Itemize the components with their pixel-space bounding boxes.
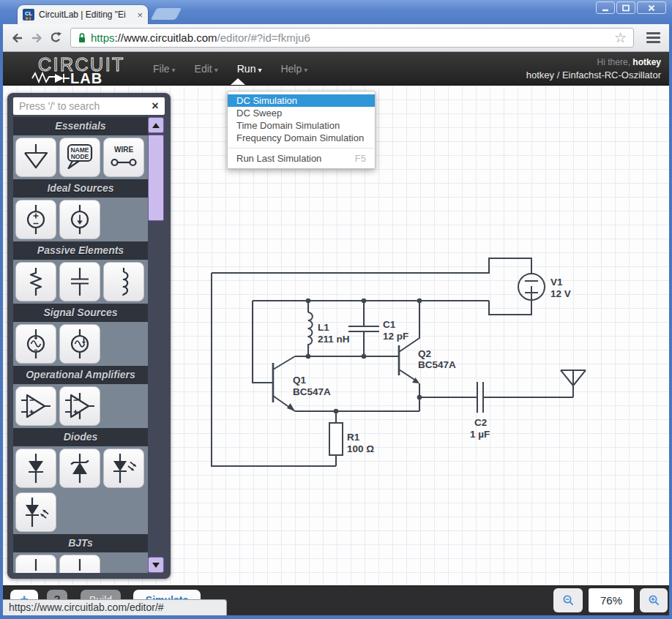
component-led-button[interactable]	[103, 449, 144, 488]
label-C1-ref: C1	[383, 319, 396, 330]
section-essentials[interactable]: Essentials	[13, 117, 148, 135]
component-npn-transistor-button[interactable]	[15, 555, 56, 573]
new-tab-button[interactable]	[151, 8, 182, 20]
component-capacitor-button[interactable]	[59, 262, 100, 301]
tab-title: CircuitLab | Editing "Ei	[39, 10, 132, 20]
component-resistor-button[interactable]	[15, 262, 56, 301]
zoom-in-button[interactable]	[640, 588, 668, 612]
component-signal-voltage-source-button[interactable]	[15, 324, 56, 364]
transistor-Q1-arrow	[287, 403, 295, 411]
refresh-button[interactable]	[46, 29, 65, 48]
browser-toolbar: https ://www.circuitlab.com /editor/#?id…	[3, 24, 669, 52]
component-op-amp-button[interactable]	[15, 386, 56, 426]
maximize-button[interactable]	[616, 1, 635, 14]
component-name-node-button[interactable]: NAME NODE	[59, 138, 100, 177]
menu-file[interactable]: File▾	[143, 63, 185, 75]
triangle-down-icon	[152, 563, 160, 568]
bookmark-star-icon[interactable]: ☆	[614, 31, 627, 45]
component-inductor-button[interactable]	[103, 262, 144, 301]
padlock-icon	[78, 32, 86, 44]
section-bjts[interactable]: BJTs	[13, 534, 148, 552]
url-scheme: https	[91, 31, 115, 44]
titlebar: CL CircuitLab | Editing "Ei ×	[0, 0, 672, 24]
component-diode-button[interactable]	[15, 449, 56, 488]
browser-menu-button[interactable]	[642, 29, 664, 47]
project-breadcrumb[interactable]: hotkey / Einfachst-RC-Oszillator	[526, 70, 661, 80]
current-source-icon	[64, 203, 96, 236]
menu-item-dc-sweep[interactable]: DC Sweep	[228, 107, 375, 119]
v1-plus-icon	[525, 286, 538, 299]
svg-text:NODE: NODE	[71, 153, 89, 160]
menu-item-frequency-domain[interactable]: Frequency Domain Simulation	[228, 132, 375, 144]
url-host: ://www.circuitlab.com	[115, 31, 217, 44]
section-passive-elements[interactable]: Passive Elements	[13, 241, 148, 260]
url-path: /editor/#?id=fkmju6	[217, 31, 614, 44]
menu-item-run-last-simulation[interactable]: Run Last Simulation F5	[228, 152, 375, 165]
wire	[212, 258, 531, 274]
section-signal-sources[interactable]: Signal Sources	[13, 304, 148, 322]
op-amp-alt-icon	[64, 389, 96, 423]
section-op-amps[interactable]: Operational Amplifiers	[13, 366, 148, 384]
inductor-icon	[108, 265, 140, 299]
label-Q2-ref: Q2	[418, 348, 431, 359]
refresh-icon	[48, 31, 63, 45]
component-zener-diode-button[interactable]	[59, 449, 100, 488]
scroll-down-button[interactable]	[148, 557, 164, 573]
maximize-icon	[621, 4, 630, 12]
menu-edit[interactable]: Edit▾	[185, 63, 228, 75]
menu-item-time-domain[interactable]: Time Domain Simulation	[228, 119, 375, 132]
back-button[interactable]	[8, 29, 27, 48]
triangle-up-icon	[152, 123, 160, 128]
browser-window: { "titlebar": { "tab_title": "CircuitLab…	[0, 0, 672, 619]
address-bar[interactable]: https ://www.circuitlab.com /editor/#?id…	[70, 28, 634, 48]
op-amp-icon	[20, 389, 52, 423]
label-R1-value: 100 Ω	[347, 443, 374, 454]
component-voltage-source-button[interactable]	[15, 200, 56, 239]
shortcut-f5: F5	[355, 152, 366, 165]
zoom-in-icon	[648, 594, 660, 607]
browser-tab[interactable]: CL CircuitLab | Editing "Ei ×	[18, 5, 148, 24]
chevron-down-icon: ▾	[172, 66, 176, 74]
tab-close-icon[interactable]: ×	[137, 10, 143, 20]
menu-run[interactable]: Run▾	[228, 63, 272, 75]
palette-scrollbar[interactable]	[148, 117, 164, 573]
section-ideal-sources[interactable]: Ideal Sources	[13, 179, 148, 198]
label-L1-ref: L1	[318, 322, 329, 333]
svg-text:NAME: NAME	[70, 146, 89, 154]
zoom-out-icon	[562, 594, 575, 607]
back-arrow-icon	[10, 31, 25, 45]
name-node-icon: NAME NODE	[64, 140, 96, 174]
component-ground-button[interactable]	[15, 138, 56, 177]
wire	[489, 300, 531, 315]
component-photodiode-button[interactable]	[15, 492, 56, 532]
capacitor-C2	[477, 382, 573, 413]
component-signal-current-source-button[interactable]	[59, 324, 100, 364]
menu-item-dc-simulation[interactable]: DC Simulation	[228, 94, 375, 107]
inductor-L1-coil	[307, 312, 313, 345]
minimize-button[interactable]	[596, 1, 615, 14]
component-pnp-transistor-button[interactable]	[59, 555, 100, 573]
label-C2-value: 1 µF	[470, 429, 490, 440]
username[interactable]: hotkey	[632, 57, 661, 67]
app-header: CIRCUIT LAB File▾ Edit▾ Run▾ Help▾ Hi th…	[3, 52, 669, 86]
search-input[interactable]	[13, 100, 146, 112]
scroll-up-button[interactable]	[148, 117, 164, 133]
capacitor-C1	[348, 301, 379, 356]
zoom-out-button[interactable]	[553, 588, 583, 612]
antenna-symbol	[561, 370, 586, 397]
component-sidebar: × Essentials NAME NODE WIRE	[7, 93, 171, 579]
scrollbar-thumb[interactable]	[148, 135, 164, 221]
pnp-transistor-icon	[64, 558, 96, 573]
component-op-amp-alt-button[interactable]	[59, 386, 100, 426]
forward-button[interactable]	[27, 29, 46, 48]
close-button[interactable]	[637, 1, 666, 14]
component-current-source-button[interactable]	[59, 200, 100, 239]
section-diodes[interactable]: Diodes	[13, 428, 148, 446]
signal-voltage-source-icon	[20, 327, 52, 361]
zoom-level[interactable]: 76%	[589, 588, 634, 612]
close-icon	[647, 4, 656, 12]
menu-help[interactable]: Help▾	[271, 63, 317, 75]
search-clear-icon[interactable]: ×	[146, 100, 165, 113]
component-wire-button[interactable]: WIRE	[103, 138, 144, 177]
dropdown-pointer	[231, 78, 245, 85]
